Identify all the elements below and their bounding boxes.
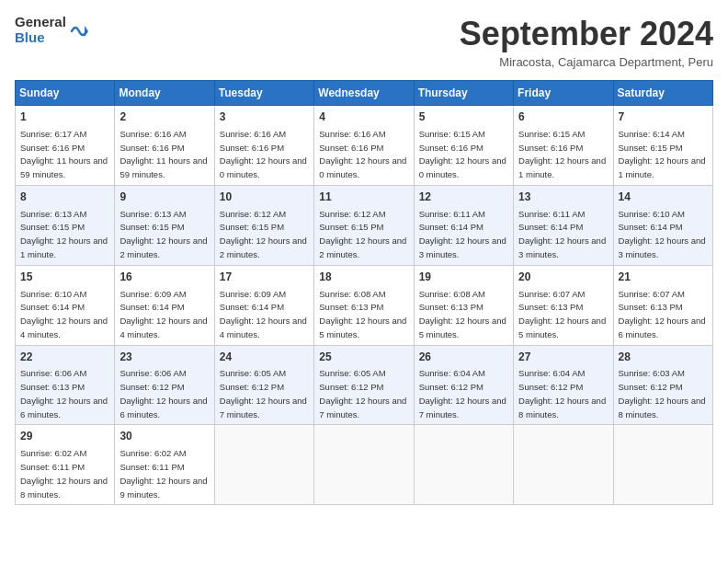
day-info: Sunrise: 6:16 AMSunset: 6:16 PMDaylight:… <box>319 129 406 179</box>
calendar-day-cell: 2 Sunrise: 6:16 AMSunset: 6:16 PMDayligh… <box>115 106 214 186</box>
day-info: Sunrise: 6:04 AMSunset: 6:12 PMDaylight:… <box>518 368 606 419</box>
day-info: Sunrise: 6:10 AMSunset: 6:14 PMDaylight:… <box>619 209 706 259</box>
svg-marker-0 <box>85 26 88 37</box>
day-number: 1 <box>20 109 109 125</box>
weekday-header-wednesday: Wednesday <box>314 81 414 106</box>
day-info: Sunrise: 6:15 AMSunset: 6:16 PMDaylight:… <box>518 129 606 179</box>
calendar-day-cell: 10 Sunrise: 6:12 AMSunset: 6:15 PMDaylig… <box>214 185 313 265</box>
day-info: Sunrise: 6:14 AMSunset: 6:15 PMDaylight:… <box>619 129 706 179</box>
weekday-header-friday: Friday <box>514 81 613 106</box>
location-subtitle: Miracosta, Cajamarca Department, Peru <box>460 55 713 69</box>
day-info: Sunrise: 6:16 AMSunset: 6:16 PMDaylight:… <box>220 129 307 179</box>
day-number: 19 <box>419 270 508 285</box>
weekday-header-sunday: Sunday <box>16 81 115 106</box>
calendar-day-cell: 25 Sunrise: 6:05 AMSunset: 6:12 PMDaylig… <box>314 345 414 425</box>
calendar-day-cell: 8 Sunrise: 6:13 AMSunset: 6:15 PMDayligh… <box>16 185 115 265</box>
day-info: Sunrise: 6:02 AMSunset: 6:11 PMDaylight:… <box>20 448 108 499</box>
calendar-day-cell: 28 Sunrise: 6:03 AMSunset: 6:12 PMDaylig… <box>613 345 712 425</box>
day-info: Sunrise: 6:12 AMSunset: 6:15 PMDaylight:… <box>220 209 307 259</box>
day-number: 3 <box>220 109 309 125</box>
day-number: 27 <box>518 350 608 365</box>
day-number: 2 <box>119 109 209 125</box>
calendar-day-cell <box>613 425 712 505</box>
calendar-week-row: 8 Sunrise: 6:13 AMSunset: 6:15 PMDayligh… <box>16 185 713 265</box>
month-title: September 2024 <box>460 15 713 53</box>
calendar-day-cell: 5 Sunrise: 6:15 AMSunset: 6:16 PMDayligh… <box>414 106 513 186</box>
day-number: 17 <box>220 270 309 285</box>
calendar-table: SundayMondayTuesdayWednesdayThursdayFrid… <box>15 80 713 505</box>
day-number: 24 <box>220 350 309 365</box>
calendar-day-cell: 23 Sunrise: 6:06 AMSunset: 6:12 PMDaylig… <box>115 345 214 425</box>
day-number: 26 <box>419 350 508 365</box>
day-info: Sunrise: 6:07 AMSunset: 6:13 PMDaylight:… <box>619 289 706 339</box>
calendar-day-cell: 27 Sunrise: 6:04 AMSunset: 6:12 PMDaylig… <box>514 345 613 425</box>
calendar-day-cell: 9 Sunrise: 6:13 AMSunset: 6:15 PMDayligh… <box>115 185 214 265</box>
day-number: 21 <box>619 270 708 285</box>
day-info: Sunrise: 6:04 AMSunset: 6:12 PMDaylight:… <box>419 368 506 419</box>
day-number: 16 <box>119 270 209 285</box>
day-info: Sunrise: 6:08 AMSunset: 6:13 PMDaylight:… <box>419 289 506 339</box>
day-info: Sunrise: 6:09 AMSunset: 6:14 PMDaylight:… <box>119 289 207 339</box>
calendar-week-row: 29 Sunrise: 6:02 AMSunset: 6:11 PMDaylig… <box>16 425 713 505</box>
calendar-day-cell <box>514 425 613 505</box>
day-number: 9 <box>119 190 209 205</box>
day-info: Sunrise: 6:08 AMSunset: 6:13 PMDaylight:… <box>319 289 406 339</box>
calendar-day-cell: 29 Sunrise: 6:02 AMSunset: 6:11 PMDaylig… <box>16 425 115 505</box>
weekday-header-tuesday: Tuesday <box>214 81 313 106</box>
day-number: 15 <box>20 270 109 285</box>
day-info: Sunrise: 6:11 AMSunset: 6:14 PMDaylight:… <box>419 209 506 259</box>
calendar-week-row: 1 Sunrise: 6:17 AMSunset: 6:16 PMDayligh… <box>16 106 713 186</box>
day-number: 25 <box>319 350 408 365</box>
day-info: Sunrise: 6:02 AMSunset: 6:11 PMDaylight:… <box>119 448 207 499</box>
day-number: 11 <box>319 190 408 205</box>
day-number: 4 <box>319 109 408 125</box>
day-number: 30 <box>119 429 209 444</box>
logo-general: General <box>15 15 66 30</box>
calendar-day-cell: 22 Sunrise: 6:06 AMSunset: 6:13 PMDaylig… <box>16 345 115 425</box>
day-number: 8 <box>20 190 109 205</box>
day-info: Sunrise: 6:09 AMSunset: 6:14 PMDaylight:… <box>220 289 307 339</box>
calendar-week-row: 15 Sunrise: 6:10 AMSunset: 6:14 PMDaylig… <box>16 265 713 345</box>
day-info: Sunrise: 6:05 AMSunset: 6:12 PMDaylight:… <box>220 368 307 419</box>
day-number: 6 <box>518 109 608 125</box>
calendar-day-cell: 18 Sunrise: 6:08 AMSunset: 6:13 PMDaylig… <box>314 265 414 345</box>
day-info: Sunrise: 6:16 AMSunset: 6:16 PMDaylight:… <box>119 129 207 179</box>
calendar-day-cell: 7 Sunrise: 6:14 AMSunset: 6:15 PMDayligh… <box>613 106 712 186</box>
calendar-day-cell: 21 Sunrise: 6:07 AMSunset: 6:13 PMDaylig… <box>613 265 712 345</box>
logo-wave-icon <box>68 18 88 39</box>
weekday-header-monday: Monday <box>115 81 214 106</box>
day-number: 22 <box>20 350 109 365</box>
calendar-day-cell: 16 Sunrise: 6:09 AMSunset: 6:14 PMDaylig… <box>115 265 214 345</box>
calendar-day-cell: 26 Sunrise: 6:04 AMSunset: 6:12 PMDaylig… <box>414 345 513 425</box>
day-number: 13 <box>518 190 608 205</box>
calendar-day-cell: 14 Sunrise: 6:10 AMSunset: 6:14 PMDaylig… <box>613 185 712 265</box>
day-info: Sunrise: 6:13 AMSunset: 6:15 PMDaylight:… <box>20 209 108 259</box>
day-info: Sunrise: 6:03 AMSunset: 6:12 PMDaylight:… <box>619 368 706 419</box>
day-number: 29 <box>20 429 109 444</box>
day-info: Sunrise: 6:06 AMSunset: 6:13 PMDaylight:… <box>20 368 108 419</box>
logo-blue: Blue <box>15 30 66 46</box>
day-info: Sunrise: 6:17 AMSunset: 6:16 PMDaylight:… <box>20 129 108 179</box>
day-info: Sunrise: 6:07 AMSunset: 6:13 PMDaylight:… <box>518 289 606 339</box>
calendar-day-cell: 30 Sunrise: 6:02 AMSunset: 6:11 PMDaylig… <box>115 425 214 505</box>
calendar-day-cell <box>214 425 313 505</box>
day-number: 23 <box>119 350 209 365</box>
logo: General Blue <box>15 15 88 45</box>
calendar-day-cell: 3 Sunrise: 6:16 AMSunset: 6:16 PMDayligh… <box>214 106 313 186</box>
day-number: 7 <box>619 109 708 125</box>
calendar-day-cell: 24 Sunrise: 6:05 AMSunset: 6:12 PMDaylig… <box>214 345 313 425</box>
day-info: Sunrise: 6:05 AMSunset: 6:12 PMDaylight:… <box>319 368 406 419</box>
weekday-header-row: SundayMondayTuesdayWednesdayThursdayFrid… <box>16 81 713 106</box>
day-info: Sunrise: 6:11 AMSunset: 6:14 PMDaylight:… <box>518 209 606 259</box>
day-info: Sunrise: 6:13 AMSunset: 6:15 PMDaylight:… <box>119 209 207 259</box>
day-number: 28 <box>619 350 708 365</box>
weekday-header-saturday: Saturday <box>613 81 712 106</box>
weekday-header-thursday: Thursday <box>414 81 513 106</box>
day-number: 20 <box>518 270 608 285</box>
calendar-day-cell: 6 Sunrise: 6:15 AMSunset: 6:16 PMDayligh… <box>514 106 613 186</box>
day-info: Sunrise: 6:12 AMSunset: 6:15 PMDaylight:… <box>319 209 406 259</box>
day-number: 18 <box>319 270 408 285</box>
calendar-week-row: 22 Sunrise: 6:06 AMSunset: 6:13 PMDaylig… <box>16 345 713 425</box>
calendar-day-cell: 12 Sunrise: 6:11 AMSunset: 6:14 PMDaylig… <box>414 185 513 265</box>
day-info: Sunrise: 6:10 AMSunset: 6:14 PMDaylight:… <box>20 289 108 339</box>
